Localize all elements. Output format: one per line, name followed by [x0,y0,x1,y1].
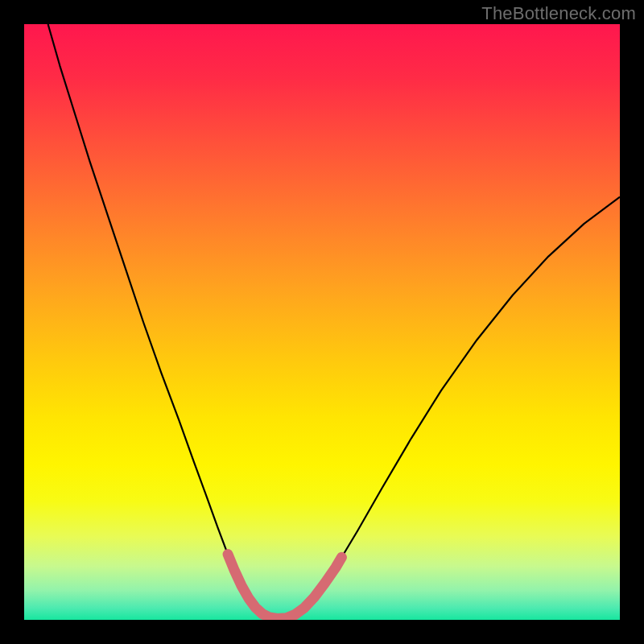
frame: TheBottleneck.com [0,0,644,644]
watermark: TheBottleneck.com [481,3,636,24]
chart-svg [24,24,620,620]
gradient-background [24,24,620,620]
plot-area [24,24,620,620]
